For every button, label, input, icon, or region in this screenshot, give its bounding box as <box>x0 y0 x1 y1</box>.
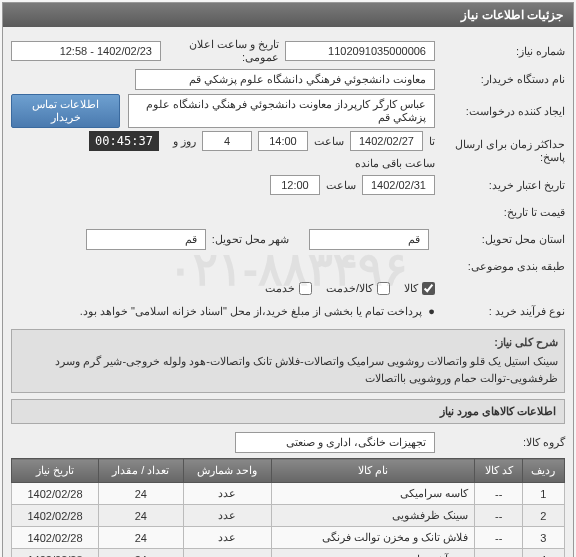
province-value: قم <box>309 229 429 250</box>
cat-srv-check[interactable] <box>299 282 312 295</box>
cat-goods-check[interactable] <box>422 282 435 295</box>
group-label: گروه کالا: <box>435 436 565 449</box>
day-count: 4 <box>202 131 252 151</box>
price-until-label: قیمت تا تاریخ: <box>435 206 565 219</box>
cell: 1402/02/28 <box>12 527 99 549</box>
col-header: واحد شمارش <box>183 459 271 483</box>
cell: 1 <box>522 483 564 505</box>
process-label: نوع فرآیند خرید : <box>435 305 565 318</box>
col-header: تعداد / مقدار <box>99 459 184 483</box>
summary-label: شرح کلی نیاز: <box>18 336 558 349</box>
remain-time: 00:45:37 <box>89 131 159 151</box>
buyer-label: نام دستگاه خریدار: <box>435 73 565 86</box>
number-value: 1102091035000006 <box>285 41 435 61</box>
cell: 24 <box>99 549 184 558</box>
cell: عدد <box>183 527 271 549</box>
items-table: ردیفکد کالانام کالاواحد شمارشتعداد / مقد… <box>11 458 565 557</box>
creator-value: عباس کارگر کارپرداز معاونت دانشجوئي فرهن… <box>128 94 435 128</box>
col-header: تاریخ نیاز <box>12 459 99 483</box>
col-header: نام کالا <box>271 459 475 483</box>
cell: هود آشپزخانه <box>271 549 475 558</box>
validity-label: تاریخ اعتبار خرید: <box>435 179 565 192</box>
announce-value: 1402/02/23 - 12:58 <box>11 41 161 61</box>
cell: عدد <box>183 483 271 505</box>
cell: -- <box>475 549 522 558</box>
col-header: کد کالا <box>475 459 522 483</box>
deadline-date: 1402/02/27 <box>350 131 423 151</box>
table-row[interactable]: 3--فلاش تانک و مخزن توالت فرنگیعدد241402… <box>12 527 565 549</box>
process-note: پرداخت تمام یا بخشی از مبلغ خرید،از محل … <box>80 305 423 318</box>
cell: 4 <box>522 549 564 558</box>
cell: سینک ظرفشویی <box>271 505 475 527</box>
cell: عدد <box>183 505 271 527</box>
number-label: شماره نیاز: <box>435 45 565 58</box>
cell: 1402/02/28 <box>12 549 99 558</box>
cell: فلاش تانک و مخزن توالت فرنگی <box>271 527 475 549</box>
validity-time: 12:00 <box>270 175 320 195</box>
day-lbl: روز و <box>173 135 196 148</box>
cell: 24 <box>99 505 184 527</box>
announce-label: تاریخ و ساعت اعلان عمومی: <box>167 38 279 64</box>
cell: 2 <box>522 505 564 527</box>
group-value: تجهیزات خانگی، اداری و صنعتی <box>235 432 435 453</box>
table-row[interactable]: 1--کاسه سرامیکیعدد241402/02/28 <box>12 483 565 505</box>
cat-service[interactable]: خدمت <box>265 282 312 295</box>
city-value: قم <box>86 229 206 250</box>
items-section-title: اطلاعات کالاهای مورد نیاز <box>11 399 565 424</box>
remain-lbl: ساعت باقی مانده <box>355 157 435 170</box>
table-row[interactable]: 2--سینک ظرفشوییعدد241402/02/28 <box>12 505 565 527</box>
cat-gs-check[interactable] <box>377 282 390 295</box>
cell: 1402/02/28 <box>12 505 99 527</box>
city-label: شهر محل تحویل: <box>212 233 289 246</box>
deadline-time: 14:00 <box>258 131 308 151</box>
cat-goods-service[interactable]: کالا/خدمت <box>326 282 390 295</box>
deadline-ans: تا <box>429 135 435 148</box>
buyer-value: معاونت دانشجوئي فرهنگي دانشگاه علوم پزشك… <box>135 69 435 90</box>
cell: 1402/02/28 <box>12 483 99 505</box>
process-radio-icon[interactable]: ● <box>428 305 435 317</box>
cat-goods[interactable]: کالا <box>404 282 435 295</box>
creator-label: ایجاد کننده درخواست: <box>435 105 565 118</box>
deadline-label: حداکثر زمان برای ارسال پاسخ: <box>435 138 565 164</box>
panel-title: جزئیات اطلاعات نیاز <box>3 3 573 27</box>
col-header: ردیف <box>522 459 564 483</box>
cell: 3 <box>522 527 564 549</box>
time-lbl-2: ساعت <box>326 179 356 192</box>
validity-date: 1402/02/31 <box>362 175 435 195</box>
table-row[interactable]: 4--هود آشپزخانهعدد241402/02/28 <box>12 549 565 558</box>
cell: 24 <box>99 483 184 505</box>
contact-button[interactable]: اطلاعات تماس خریدار <box>11 94 120 128</box>
province-label: استان محل تحویل: <box>435 233 565 246</box>
cell: عدد <box>183 549 271 558</box>
summary-text: سینک استیل یک قلو واتصالات روشویی سرامیک… <box>18 353 558 386</box>
category-label: طبقه بندی موضوعی: <box>435 260 565 273</box>
time-lbl-1: ساعت <box>314 135 344 148</box>
cell: -- <box>475 527 522 549</box>
cell: -- <box>475 483 522 505</box>
cell: 24 <box>99 527 184 549</box>
cell: کاسه سرامیکی <box>271 483 475 505</box>
cell: -- <box>475 505 522 527</box>
